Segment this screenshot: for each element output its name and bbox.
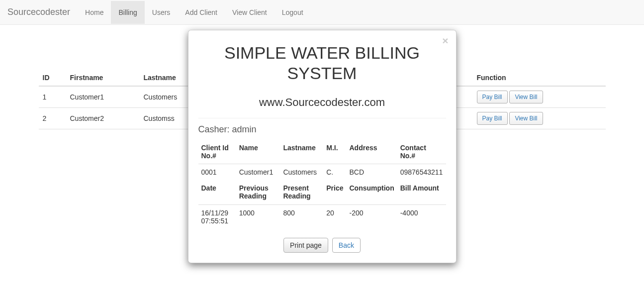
nav-item-add-client: Add Client bbox=[178, 1, 225, 24]
nav-link-home[interactable]: Home bbox=[78, 1, 111, 24]
back-button[interactable]: Back bbox=[332, 238, 361, 253]
th-client-mi: M.I. bbox=[323, 140, 346, 164]
cell-amount: -4000 bbox=[397, 204, 446, 229]
th-client-address: Address bbox=[346, 140, 397, 164]
nav-link-users[interactable]: Users bbox=[145, 1, 178, 24]
divider bbox=[198, 118, 446, 118]
th-client-id: Client Id No.# bbox=[198, 140, 236, 164]
close-icon[interactable]: × bbox=[442, 35, 448, 46]
th-client-contact: Contact No.# bbox=[397, 140, 446, 164]
th-client-name: Name bbox=[236, 140, 280, 164]
pay-bill-button[interactable]: Pay Bill bbox=[477, 112, 508, 125]
view-bill-button[interactable]: View Bill bbox=[509, 112, 543, 125]
th-previous: Previous Reading bbox=[236, 180, 280, 204]
th-date: Date bbox=[198, 180, 236, 204]
bill-row: 16/11/29 07:55:51 1000 800 20 -200 -4000 bbox=[198, 204, 446, 229]
cell-client-contact: 09876543211 bbox=[397, 164, 446, 181]
nav-link-logout[interactable]: Logout bbox=[275, 1, 311, 24]
print-page-button[interactable]: Print page bbox=[283, 238, 328, 253]
cell-client-mi: C. bbox=[323, 164, 346, 181]
nav-item-billing: Billing bbox=[111, 1, 144, 24]
cell-function: Pay Bill View Bill bbox=[473, 108, 606, 129]
modal-title: SIMPLE WATER BILLING SYSTEM bbox=[198, 43, 446, 84]
casher-value: admin bbox=[232, 124, 257, 134]
th-consumption: Consumption bbox=[346, 180, 397, 204]
navbar-brand[interactable]: Sourcecodester bbox=[0, 0, 78, 25]
cell-client-id: 0001 bbox=[198, 164, 236, 181]
casher-line: Casher: admin bbox=[198, 124, 446, 135]
client-row: 0001 Customer1 Customers C. BCD 09876543… bbox=[198, 164, 446, 181]
th-firstname: Firstname bbox=[66, 70, 140, 86]
nav-list: Home Billing Users Add Client View Clien… bbox=[78, 1, 310, 24]
th-client-lastname: Lastname bbox=[280, 140, 323, 164]
th-present: Present Reading bbox=[280, 180, 323, 204]
cell-id: 1 bbox=[39, 86, 66, 108]
th-id: ID bbox=[39, 70, 66, 86]
bill-detail-table: Client Id No.# Name Lastname M.I. Addres… bbox=[198, 140, 446, 229]
bill-modal: × SIMPLE WATER BILLING SYSTEM www.Source… bbox=[188, 30, 457, 263]
nav-item-logout: Logout bbox=[275, 1, 311, 24]
nav-item-home: Home bbox=[78, 1, 111, 24]
nav-item-view-client: View Client bbox=[225, 1, 275, 24]
nav-link-view-client[interactable]: View Client bbox=[225, 1, 275, 24]
cell-client-lastname: Customers bbox=[280, 164, 323, 181]
navbar: Sourcecodester Home Billing Users Add Cl… bbox=[0, 0, 644, 25]
pay-bill-button[interactable]: Pay Bill bbox=[477, 91, 508, 103]
modal-backdrop: × SIMPLE WATER BILLING SYSTEM www.Source… bbox=[0, 0, 644, 294]
casher-label: Casher: bbox=[198, 124, 232, 134]
nav-item-users: Users bbox=[145, 1, 178, 24]
cell-date: 16/11/29 07:55:51 bbox=[198, 204, 236, 229]
cell-client-address: BCD bbox=[346, 164, 397, 181]
cell-function: Pay Bill View Bill bbox=[473, 86, 606, 108]
cell-id: 2 bbox=[39, 108, 66, 129]
nav-link-add-client[interactable]: Add Client bbox=[178, 1, 225, 24]
th-amount: Bill Amount bbox=[397, 180, 446, 204]
cell-present: 800 bbox=[280, 204, 323, 229]
cell-client-name: Customer1 bbox=[236, 164, 280, 181]
th-price: Price bbox=[323, 180, 346, 204]
cell-firstname: Customer1 bbox=[66, 86, 140, 108]
nav-link-billing[interactable]: Billing bbox=[111, 1, 144, 24]
cell-previous: 1000 bbox=[236, 204, 280, 229]
cell-consumption: -200 bbox=[346, 204, 397, 229]
modal-subtitle: www.Sourcecodester.com bbox=[198, 96, 446, 109]
cell-firstname: Customer2 bbox=[66, 108, 140, 129]
modal-actions: Print page Back bbox=[198, 238, 446, 253]
view-bill-button[interactable]: View Bill bbox=[509, 91, 543, 103]
th-function: Function bbox=[473, 70, 606, 86]
cell-price: 20 bbox=[323, 204, 346, 229]
